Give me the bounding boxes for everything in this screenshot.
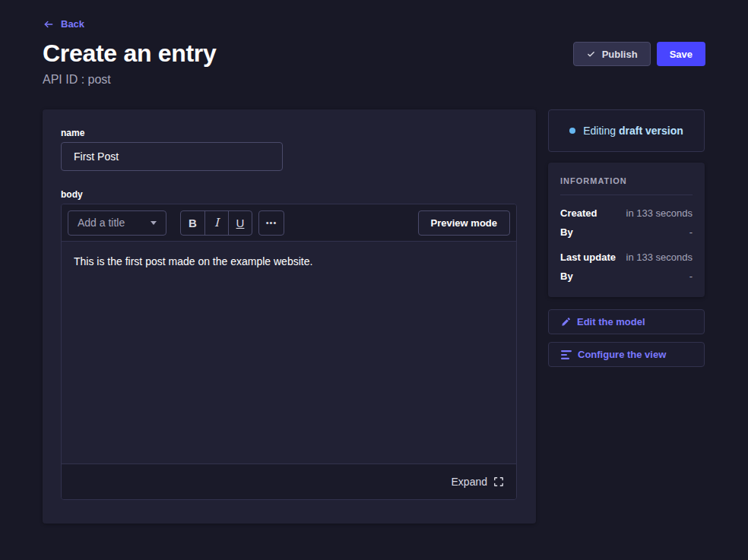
entry-form-card: name body Add a title B I U	[43, 109, 536, 524]
publish-button[interactable]: Publish	[573, 42, 651, 66]
expand-icon	[493, 476, 504, 487]
format-button-group: B I U	[180, 210, 252, 236]
info-row-created-by: By -	[560, 226, 693, 238]
create-entry-page: Back Create an entry API ID : post Publi…	[0, 0, 748, 560]
list-layout-icon	[561, 350, 572, 359]
draft-status-dot-icon	[569, 128, 575, 134]
title-style-value: Add a title	[78, 217, 125, 229]
entry-sidebar: Editing draft version INFORMATION Create…	[548, 109, 705, 524]
save-button[interactable]: Save	[657, 42, 705, 66]
rich-text-editor: Add a title B I U ••• Preview mode	[61, 204, 517, 500]
info-row-created: Created in 133 seconds	[560, 207, 693, 219]
preview-mode-button[interactable]: Preview mode	[418, 210, 510, 236]
body-field-label: body	[61, 189, 518, 200]
info-row-updated-by: By -	[560, 271, 693, 282]
draft-status-emphasis: draft version	[619, 125, 683, 137]
configure-view-label: Configure the view	[578, 349, 666, 360]
underline-button[interactable]: U	[228, 211, 252, 235]
content-area: name body Add a title B I U	[43, 109, 705, 524]
api-id-subtitle: API ID : post	[43, 73, 217, 87]
info-label: By	[560, 226, 573, 238]
save-label: Save	[670, 49, 693, 60]
edit-model-button[interactable]: Edit the model	[548, 309, 705, 334]
editor-footer: Expand	[62, 464, 516, 499]
info-label: By	[560, 271, 573, 282]
info-value: in 133 seconds	[626, 252, 693, 263]
preview-mode-label: Preview mode	[431, 217, 497, 229]
information-panel: INFORMATION Created in 133 seconds By - …	[548, 163, 705, 297]
info-label: Created	[560, 207, 597, 219]
information-heading: INFORMATION	[560, 176, 693, 185]
title-style-select[interactable]: Add a title	[68, 210, 166, 236]
page-title: Create an entry	[43, 40, 217, 67]
editor-toolbar: Add a title B I U ••• Preview mode	[62, 204, 516, 242]
back-link[interactable]: Back	[43, 18, 84, 30]
body-editor-textarea[interactable]: This is the first post made on the examp…	[62, 242, 516, 464]
draft-status-prefix: Editing	[583, 125, 619, 137]
page-header: Create an entry API ID : post Publish Sa…	[43, 40, 705, 87]
more-options-button[interactable]: •••	[258, 210, 284, 236]
edit-model-label: Edit the model	[577, 316, 645, 327]
info-row-last-update: Last update in 133 seconds	[560, 252, 693, 263]
expand-button[interactable]: Expand	[452, 476, 504, 488]
header-actions: Publish Save	[573, 42, 705, 66]
body-text: This is the first post made on the examp…	[74, 254, 504, 270]
info-label: Last update	[560, 252, 616, 263]
bold-button[interactable]: B	[181, 211, 204, 235]
arrow-left-icon	[43, 19, 55, 30]
draft-status-text: Editing draft version	[583, 125, 683, 137]
information-divider	[560, 195, 693, 195]
chevron-down-icon	[151, 221, 157, 225]
italic-button[interactable]: I	[204, 211, 228, 235]
publish-label: Publish	[602, 49, 638, 60]
body-field: body Add a title B I U •••	[61, 189, 518, 500]
check-icon	[586, 50, 596, 59]
info-value: in 133 seconds	[626, 207, 693, 219]
name-field-label: name	[61, 128, 518, 138]
expand-label: Expand	[452, 476, 487, 488]
pencil-icon	[561, 317, 571, 327]
name-input[interactable]	[61, 142, 283, 171]
back-label: Back	[61, 18, 84, 30]
configure-view-button[interactable]: Configure the view	[548, 342, 705, 367]
info-value: -	[689, 271, 693, 282]
draft-status-banner: Editing draft version	[548, 109, 705, 152]
info-value: -	[689, 226, 693, 238]
